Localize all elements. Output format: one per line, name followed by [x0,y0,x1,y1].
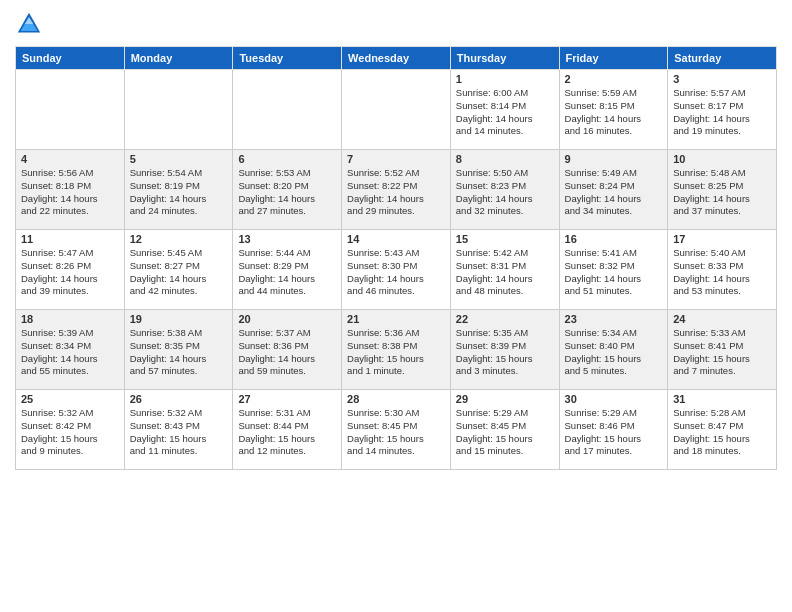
calendar-cell [342,70,451,150]
day-info: Sunrise: 6:00 AMSunset: 8:14 PMDaylight:… [456,87,554,138]
day-info: Sunrise: 5:35 AMSunset: 8:39 PMDaylight:… [456,327,554,378]
day-number: 24 [673,313,771,325]
calendar-cell: 4Sunrise: 5:56 AMSunset: 8:18 PMDaylight… [16,150,125,230]
calendar-cell [16,70,125,150]
day-number: 9 [565,153,663,165]
day-number: 16 [565,233,663,245]
calendar-cell: 24Sunrise: 5:33 AMSunset: 8:41 PMDayligh… [668,310,777,390]
header [15,10,777,38]
weekday-header-tuesday: Tuesday [233,47,342,70]
day-info: Sunrise: 5:57 AMSunset: 8:17 PMDaylight:… [673,87,771,138]
calendar-cell: 21Sunrise: 5:36 AMSunset: 8:38 PMDayligh… [342,310,451,390]
day-number: 26 [130,393,228,405]
calendar-cell: 12Sunrise: 5:45 AMSunset: 8:27 PMDayligh… [124,230,233,310]
calendar-cell: 27Sunrise: 5:31 AMSunset: 8:44 PMDayligh… [233,390,342,470]
day-number: 23 [565,313,663,325]
calendar-cell: 11Sunrise: 5:47 AMSunset: 8:26 PMDayligh… [16,230,125,310]
day-info: Sunrise: 5:48 AMSunset: 8:25 PMDaylight:… [673,167,771,218]
day-number: 30 [565,393,663,405]
day-number: 10 [673,153,771,165]
calendar-cell [233,70,342,150]
day-info: Sunrise: 5:49 AMSunset: 8:24 PMDaylight:… [565,167,663,218]
day-number: 19 [130,313,228,325]
calendar-cell: 31Sunrise: 5:28 AMSunset: 8:47 PMDayligh… [668,390,777,470]
calendar-cell [124,70,233,150]
calendar-cell: 17Sunrise: 5:40 AMSunset: 8:33 PMDayligh… [668,230,777,310]
day-info: Sunrise: 5:29 AMSunset: 8:46 PMDaylight:… [565,407,663,458]
calendar-cell: 23Sunrise: 5:34 AMSunset: 8:40 PMDayligh… [559,310,668,390]
calendar-cell: 5Sunrise: 5:54 AMSunset: 8:19 PMDaylight… [124,150,233,230]
calendar-header: SundayMondayTuesdayWednesdayThursdayFrid… [16,47,777,70]
day-number: 25 [21,393,119,405]
day-info: Sunrise: 5:38 AMSunset: 8:35 PMDaylight:… [130,327,228,378]
day-info: Sunrise: 5:37 AMSunset: 8:36 PMDaylight:… [238,327,336,378]
day-number: 2 [565,73,663,85]
day-number: 28 [347,393,445,405]
weekday-header-friday: Friday [559,47,668,70]
day-number: 1 [456,73,554,85]
calendar-cell: 18Sunrise: 5:39 AMSunset: 8:34 PMDayligh… [16,310,125,390]
day-info: Sunrise: 5:50 AMSunset: 8:23 PMDaylight:… [456,167,554,218]
day-number: 7 [347,153,445,165]
logo-icon [15,10,43,38]
day-info: Sunrise: 5:32 AMSunset: 8:43 PMDaylight:… [130,407,228,458]
calendar-cell: 20Sunrise: 5:37 AMSunset: 8:36 PMDayligh… [233,310,342,390]
day-info: Sunrise: 5:31 AMSunset: 8:44 PMDaylight:… [238,407,336,458]
day-number: 18 [21,313,119,325]
day-info: Sunrise: 5:36 AMSunset: 8:38 PMDaylight:… [347,327,445,378]
calendar-week-4: 18Sunrise: 5:39 AMSunset: 8:34 PMDayligh… [16,310,777,390]
day-info: Sunrise: 5:28 AMSunset: 8:47 PMDaylight:… [673,407,771,458]
day-number: 8 [456,153,554,165]
day-info: Sunrise: 5:53 AMSunset: 8:20 PMDaylight:… [238,167,336,218]
day-number: 20 [238,313,336,325]
calendar-cell: 26Sunrise: 5:32 AMSunset: 8:43 PMDayligh… [124,390,233,470]
calendar-week-2: 4Sunrise: 5:56 AMSunset: 8:18 PMDaylight… [16,150,777,230]
calendar-cell: 6Sunrise: 5:53 AMSunset: 8:20 PMDaylight… [233,150,342,230]
day-number: 11 [21,233,119,245]
logo [15,10,47,38]
day-info: Sunrise: 5:39 AMSunset: 8:34 PMDaylight:… [21,327,119,378]
day-info: Sunrise: 5:29 AMSunset: 8:45 PMDaylight:… [456,407,554,458]
day-number: 27 [238,393,336,405]
calendar-cell: 7Sunrise: 5:52 AMSunset: 8:22 PMDaylight… [342,150,451,230]
day-info: Sunrise: 5:42 AMSunset: 8:31 PMDaylight:… [456,247,554,298]
weekday-header-sunday: Sunday [16,47,125,70]
calendar-cell: 9Sunrise: 5:49 AMSunset: 8:24 PMDaylight… [559,150,668,230]
day-number: 17 [673,233,771,245]
day-info: Sunrise: 5:59 AMSunset: 8:15 PMDaylight:… [565,87,663,138]
calendar-week-5: 25Sunrise: 5:32 AMSunset: 8:42 PMDayligh… [16,390,777,470]
day-number: 3 [673,73,771,85]
weekday-header-thursday: Thursday [450,47,559,70]
day-info: Sunrise: 5:33 AMSunset: 8:41 PMDaylight:… [673,327,771,378]
page: SundayMondayTuesdayWednesdayThursdayFrid… [0,0,792,612]
calendar-cell: 1Sunrise: 6:00 AMSunset: 8:14 PMDaylight… [450,70,559,150]
day-info: Sunrise: 5:41 AMSunset: 8:32 PMDaylight:… [565,247,663,298]
day-number: 22 [456,313,554,325]
calendar-cell: 22Sunrise: 5:35 AMSunset: 8:39 PMDayligh… [450,310,559,390]
day-number: 4 [21,153,119,165]
calendar-cell: 19Sunrise: 5:38 AMSunset: 8:35 PMDayligh… [124,310,233,390]
calendar-cell: 15Sunrise: 5:42 AMSunset: 8:31 PMDayligh… [450,230,559,310]
day-info: Sunrise: 5:45 AMSunset: 8:27 PMDaylight:… [130,247,228,298]
calendar-cell: 16Sunrise: 5:41 AMSunset: 8:32 PMDayligh… [559,230,668,310]
day-number: 13 [238,233,336,245]
day-number: 14 [347,233,445,245]
calendar-cell: 28Sunrise: 5:30 AMSunset: 8:45 PMDayligh… [342,390,451,470]
calendar-cell: 30Sunrise: 5:29 AMSunset: 8:46 PMDayligh… [559,390,668,470]
day-number: 31 [673,393,771,405]
day-info: Sunrise: 5:30 AMSunset: 8:45 PMDaylight:… [347,407,445,458]
day-info: Sunrise: 5:40 AMSunset: 8:33 PMDaylight:… [673,247,771,298]
day-info: Sunrise: 5:32 AMSunset: 8:42 PMDaylight:… [21,407,119,458]
day-info: Sunrise: 5:47 AMSunset: 8:26 PMDaylight:… [21,247,119,298]
calendar-cell: 2Sunrise: 5:59 AMSunset: 8:15 PMDaylight… [559,70,668,150]
weekday-header-wednesday: Wednesday [342,47,451,70]
day-info: Sunrise: 5:43 AMSunset: 8:30 PMDaylight:… [347,247,445,298]
calendar-week-1: 1Sunrise: 6:00 AMSunset: 8:14 PMDaylight… [16,70,777,150]
day-info: Sunrise: 5:44 AMSunset: 8:29 PMDaylight:… [238,247,336,298]
calendar-cell: 10Sunrise: 5:48 AMSunset: 8:25 PMDayligh… [668,150,777,230]
weekday-header-saturday: Saturday [668,47,777,70]
calendar-table: SundayMondayTuesdayWednesdayThursdayFrid… [15,46,777,470]
weekday-header-monday: Monday [124,47,233,70]
day-number: 21 [347,313,445,325]
day-info: Sunrise: 5:56 AMSunset: 8:18 PMDaylight:… [21,167,119,218]
